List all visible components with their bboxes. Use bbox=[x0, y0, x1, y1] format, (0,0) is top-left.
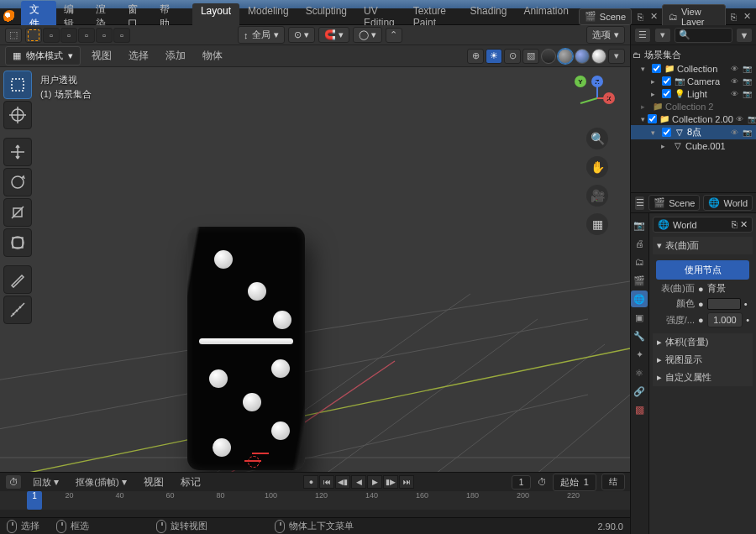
render-vis-icon[interactable]: 📷 bbox=[743, 128, 753, 137]
mode-selector[interactable]: ▦ 物体模式 ▾ bbox=[5, 46, 81, 65]
properties-editor-icon[interactable]: ☰ bbox=[634, 196, 645, 211]
tool-select-box[interactable] bbox=[3, 71, 32, 99]
eye-icon[interactable]: 👁 bbox=[736, 115, 746, 123]
tool-transform[interactable] bbox=[3, 228, 32, 257]
tree-row[interactable]: ▸💡Light👁📷 bbox=[631, 87, 756, 100]
select-intersect-icon[interactable]: ▫ bbox=[96, 28, 113, 43]
eye-icon[interactable]: 👁 bbox=[731, 128, 741, 137]
proptab-physics-icon[interactable]: ⚛ bbox=[631, 364, 648, 381]
color-swatch[interactable] bbox=[707, 298, 741, 310]
outliner-editor-icon[interactable]: ☰ bbox=[634, 28, 651, 43]
proptab-world-icon[interactable]: 🌐 bbox=[631, 291, 648, 307]
overlay-toggle-icon[interactable]: ☀ bbox=[486, 49, 502, 64]
tree-row[interactable]: ▸📷Camera👁📷 bbox=[631, 75, 756, 87]
editor-type-icon[interactable]: ⬚ bbox=[5, 28, 22, 43]
render-vis-icon[interactable]: 📷 bbox=[743, 65, 753, 73]
tree-row[interactable]: ▾📁Collection 2.00👁📷 bbox=[631, 113, 756, 125]
tree-row[interactable]: ▸▽Cube.001 bbox=[631, 139, 756, 152]
proptab-viewlayer-icon[interactable]: 🗂 bbox=[631, 254, 648, 270]
proportional-dropdown[interactable]: ◯ ▾ bbox=[353, 27, 382, 43]
render-vis-icon[interactable]: 📷 bbox=[743, 90, 753, 98]
tool-measure[interactable] bbox=[3, 296, 32, 324]
timeline-ruler[interactable]: 1 20 40 60 80 100 120 140 160 180 200 22… bbox=[0, 491, 630, 510]
outliner-display-icon[interactable]: ▾ bbox=[654, 28, 671, 43]
nav-pan-icon[interactable]: ✋ bbox=[586, 156, 608, 178]
pivot-dropdown[interactable]: ⊙ ▾ bbox=[288, 27, 315, 43]
playhead[interactable]: 1 bbox=[27, 491, 42, 510]
select-invert-icon[interactable]: ▫ bbox=[113, 28, 130, 43]
play-icon[interactable]: ▶ bbox=[367, 475, 382, 489]
proptab-particles-icon[interactable]: ✦ bbox=[631, 346, 648, 363]
play-reverse-icon[interactable]: ◀ bbox=[351, 475, 366, 489]
collection-checkbox[interactable] bbox=[648, 114, 657, 123]
keyframe-next-icon[interactable]: ▮▶ bbox=[383, 475, 398, 489]
scene-delete-icon[interactable]: ✕ bbox=[648, 11, 659, 23]
collection-checkbox[interactable] bbox=[662, 128, 671, 137]
shading-options-icon[interactable]: ▾ bbox=[608, 49, 625, 64]
options-dropdown[interactable]: 选项 ▾ bbox=[586, 26, 625, 44]
tool-annotate[interactable] bbox=[3, 265, 32, 294]
add-menu[interactable]: 添加 bbox=[160, 47, 192, 65]
select-extend-icon[interactable]: ▫ bbox=[60, 28, 77, 43]
end-frame-field[interactable]: 结 bbox=[601, 474, 625, 490]
overlay-options-icon[interactable]: ⊙ bbox=[504, 49, 521, 64]
misc-tool-icon[interactable]: ⌃ bbox=[386, 28, 402, 43]
panel-custom-props[interactable]: ▸ 自定义属性 bbox=[653, 369, 753, 386]
proptab-scene-icon[interactable]: 🎬 bbox=[631, 272, 648, 289]
proptab-render-icon[interactable]: 📷 bbox=[631, 217, 648, 233]
select-tool-icon[interactable] bbox=[25, 28, 42, 43]
keyframe-prev-icon[interactable]: ◀▮ bbox=[335, 475, 350, 489]
tool-rotate[interactable] bbox=[3, 168, 32, 196]
tool-cursor[interactable] bbox=[3, 101, 32, 129]
collection-checkbox[interactable] bbox=[662, 89, 671, 98]
select-subtract-icon[interactable]: ▫ bbox=[78, 28, 95, 43]
shading-matpreview-icon[interactable] bbox=[575, 49, 590, 64]
xray-toggle-icon[interactable]: ▧ bbox=[522, 49, 539, 64]
panel-viewport-display[interactable]: ▸ 视图显示 bbox=[653, 351, 753, 369]
proptab-object-icon[interactable]: ▣ bbox=[631, 309, 648, 326]
eye-icon[interactable]: 👁 bbox=[731, 90, 741, 98]
outliner-filter-icon[interactable]: ▼ bbox=[736, 28, 753, 43]
shading-rendered-icon[interactable] bbox=[591, 49, 606, 64]
proptab-material-icon[interactable]: ▩ bbox=[631, 401, 648, 418]
proptab-modifiers-icon[interactable]: 🔧 bbox=[631, 327, 648, 344]
scene-crumb[interactable]: 🎬 Scene bbox=[648, 195, 700, 211]
proptab-output-icon[interactable]: 🖨 bbox=[631, 235, 648, 252]
jump-start-icon[interactable]: ⏮ bbox=[319, 475, 334, 489]
outliner-search[interactable]: 🔍 bbox=[675, 28, 732, 43]
shading-wireframe-icon[interactable] bbox=[541, 49, 556, 64]
strength-field[interactable]: 1.000 bbox=[707, 312, 743, 327]
nav-zoom-icon[interactable]: 🔍 bbox=[586, 128, 608, 149]
tree-row[interactable]: ▸📁Collection 2 bbox=[631, 100, 756, 113]
nav-perspective-icon[interactable]: ▦ bbox=[586, 213, 608, 235]
collection-checkbox[interactable] bbox=[652, 64, 661, 73]
tree-row[interactable]: ▾▽8点👁📷 bbox=[631, 125, 756, 139]
tree-row[interactable]: ▾📁Collection👁📷 bbox=[631, 62, 756, 75]
scene-new-icon[interactable]: ⎘ bbox=[635, 11, 645, 23]
domino-object[interactable] bbox=[187, 227, 305, 470]
eye-icon[interactable]: 👁 bbox=[731, 77, 741, 86]
viewport-3d[interactable]: 用户透视 (1) 场景集合 Z Y X bbox=[0, 67, 630, 472]
timeline-view-menu[interactable]: 视图 bbox=[138, 474, 170, 491]
proptab-constraints-icon[interactable]: 🔗 bbox=[631, 383, 648, 400]
render-vis-icon[interactable]: 📷 bbox=[748, 115, 756, 123]
start-frame-field[interactable]: 起始 1 bbox=[553, 474, 596, 491]
tree-scene-collection[interactable]: 🗀 场景集合 bbox=[631, 48, 756, 62]
keying-menu[interactable]: 抠像(插帧) ▾ bbox=[70, 474, 133, 490]
select-new-icon[interactable]: ▫ bbox=[43, 28, 60, 43]
nav-camera-icon[interactable]: 🎥 bbox=[586, 185, 608, 207]
orientation-dropdown[interactable]: ↕ 全局 ▾ bbox=[238, 26, 285, 44]
current-frame-field[interactable]: 1 bbox=[512, 475, 532, 490]
jump-end-icon[interactable]: ⏭ bbox=[399, 475, 414, 489]
collection-checkbox[interactable] bbox=[662, 76, 671, 86]
use-nodes-button[interactable]: 使用节点 bbox=[656, 260, 749, 280]
object-menu[interactable]: 物体 bbox=[197, 47, 228, 65]
panel-volume[interactable]: ▸ 体积(音量) bbox=[653, 333, 753, 351]
tool-move[interactable] bbox=[3, 138, 32, 166]
shading-solid-icon[interactable] bbox=[558, 49, 573, 64]
axis-widget[interactable]: Z Y X bbox=[575, 76, 620, 121]
world-datablock[interactable]: 🌐 World ⎘ ✕ bbox=[653, 217, 753, 233]
snap-dropdown[interactable]: 🧲 ▾ bbox=[318, 27, 349, 43]
timeline-editor-icon[interactable]: ⏱ bbox=[5, 474, 22, 490]
playback-menu[interactable]: 回放 ▾ bbox=[27, 474, 65, 490]
